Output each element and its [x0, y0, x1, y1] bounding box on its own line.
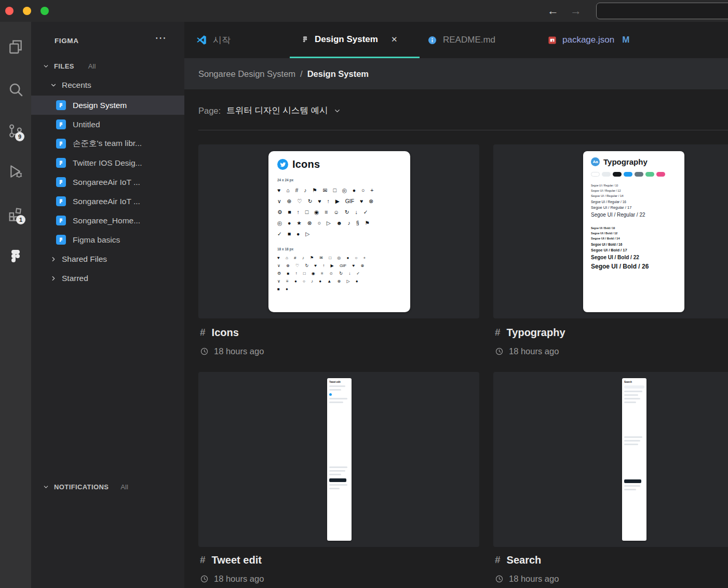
page-selector[interactable]: Page: 트위터 디자인 시스템 예시: [198, 102, 341, 119]
skeleton-bar: [624, 391, 642, 392]
frame-card-typography[interactable]: Aa Typography Segoe UI / Regular / 10Seg…: [493, 144, 728, 318]
files-all-link[interactable]: All: [88, 62, 96, 70]
vscode-window: ← → 9 1 FIGMA ⋯ FILES All Recents: [0, 0, 728, 588]
frame-label-search[interactable]: # Search: [495, 553, 541, 567]
files-section-header[interactable]: FILES All: [43, 60, 96, 72]
close-icon[interactable]: ✕: [391, 35, 398, 44]
frame-timestamp: 18 hours ago: [214, 346, 264, 356]
recents-section-header[interactable]: Recents: [50, 79, 91, 91]
typography-panel-title: Typography: [603, 157, 648, 166]
file-item[interactable]: SongareeAir IoT ...: [31, 192, 184, 211]
explorer-icon[interactable]: [7, 38, 24, 55]
shared-files-section[interactable]: Shared Files: [50, 252, 107, 266]
color-swatches: [591, 172, 677, 177]
file-item[interactable]: Figma basics: [31, 230, 184, 249]
frame-timestamp: 18 hours ago: [509, 574, 559, 584]
frame-time-tweet-edit: 18 hours ago: [200, 572, 264, 585]
tab-package-json[interactable]: package.json M: [548, 22, 629, 58]
traffic-light-button[interactable]: [23, 7, 31, 15]
type-scale-line: Segoe UI / Bold / 17: [591, 247, 677, 253]
back-button[interactable]: ←: [544, 3, 562, 19]
file-item[interactable]: Untitled: [31, 115, 184, 134]
frame-label-icons[interactable]: # Icons: [200, 325, 239, 340]
more-actions-icon[interactable]: ⋯: [155, 31, 167, 45]
color-swatch: [613, 172, 622, 177]
frame-hash-icon: #: [495, 554, 501, 566]
skeleton-bar: [624, 489, 636, 490]
recents-label: Recents: [62, 81, 91, 90]
figma-file-icon: [56, 196, 66, 206]
skeleton-bar: [329, 466, 347, 468]
skeleton-bar: [329, 470, 345, 472]
thumbnail-title: Search: [624, 381, 644, 383]
frame-timestamp: 18 hours ago: [214, 574, 264, 584]
clock-icon: [200, 347, 209, 356]
notifications-all-link[interactable]: All: [120, 483, 128, 491]
forward-button[interactable]: →: [567, 3, 585, 19]
file-item-label: Twitter IOS Desig...: [73, 158, 142, 168]
file-item-label: Figma basics: [73, 235, 120, 245]
frame-label-tweet-edit[interactable]: # Tweet edit: [200, 553, 262, 567]
file-item[interactable]: Songaree_Home...: [31, 211, 184, 230]
skeleton-bar: [329, 398, 347, 399]
chevron-right-icon: [50, 275, 57, 282]
search-icon[interactable]: [7, 81, 24, 98]
file-item[interactable]: 손준호's team libr...: [31, 134, 184, 153]
icon-row: ♥ ⌂ # ♪ ⚑ ✉ □ ◎ ● ○ +: [277, 254, 401, 262]
tab-start[interactable]: 시작: [196, 22, 231, 58]
bold-type-scale: Segoe UI / Bold / 10Segoe UI / Bold / 12…: [591, 226, 677, 272]
type-scale-line: Segoe UI / Bold / 14: [591, 236, 677, 242]
editor-area: 시작 Design System ✕ README.md package.jso…: [184, 22, 728, 588]
frame-card-search[interactable]: Search: [493, 372, 728, 547]
icon-row: ♥ ⌂ # ♪ ⚑ ✉ □ ◎ ● ○ +: [277, 185, 401, 196]
starred-section[interactable]: Starred: [50, 272, 88, 285]
breadcrumb-current[interactable]: Design System: [307, 69, 369, 79]
files-label: FILES: [54, 62, 74, 70]
frame-card-tweet-edit[interactable]: Tweet edit: [198, 372, 479, 547]
color-swatch: [602, 172, 611, 177]
skeleton-bar: [624, 398, 640, 399]
icon-row: ■ ●: [277, 285, 401, 293]
extensions-badge: 1: [16, 215, 25, 224]
skeleton-search-bar: [624, 385, 644, 389]
size-label-24: 24 x 24 px: [277, 178, 401, 182]
file-item[interactable]: SongareeAir IoT ...: [31, 172, 184, 192]
frame-title: Typography: [507, 327, 565, 339]
type-scale-line: Segoe UI / Bold / 10: [591, 226, 677, 231]
thumbnail-title: Tweet edit: [329, 381, 349, 383]
notifications-section-header[interactable]: NOTIFICATIONS All: [43, 481, 128, 492]
skeleton-bar: [624, 485, 640, 487]
chevron-down-icon: [333, 107, 341, 115]
type-scale-line: Segoe UI / Regular / 10: [591, 183, 677, 188]
frame-title: Tweet edit: [212, 554, 262, 566]
icon-row: ∨ ⊕ ♡ ↻ ♥ ↑ ▶ GIF ♥ ⊗: [277, 196, 401, 207]
traffic-light-button[interactable]: [5, 7, 14, 15]
figma-panel-icon[interactable]: [7, 248, 24, 264]
color-swatch: [591, 172, 600, 177]
file-item[interactable]: Design System: [31, 96, 184, 115]
tab-label: Design System: [315, 34, 378, 45]
type-scale-line: Segoe UI / Regular / 12: [591, 188, 677, 193]
icons-panel-preview: Icons 24 x 24 px ♥ ⌂ # ♪ ⚑ ✉ □ ◎ ● ○ +∨ …: [268, 151, 410, 312]
regular-type-scale: Segoe UI / Regular / 10Segoe UI / Regula…: [591, 183, 677, 219]
file-item-label: Untitled: [73, 120, 100, 129]
frame-card-icons[interactable]: Icons 24 x 24 px ♥ ⌂ # ♪ ⚑ ✉ □ ◎ ● ○ +∨ …: [198, 144, 479, 318]
icon-row: ∨ ≡ ● ○ ♪ ● ▲ ⊗ ▷ ●: [277, 277, 401, 285]
typography-panel-preview: Aa Typography Segoe UI / Regular / 10Seg…: [583, 151, 684, 312]
tweet-edit-thumbnail: Tweet edit: [327, 378, 352, 541]
skeleton-dark-bar: [329, 478, 346, 482]
run-and-debug-icon[interactable]: [7, 163, 24, 180]
type-scale-line: Segoe UI / Bold / 26: [591, 262, 677, 272]
tab-design-system[interactable]: Design System ✕: [290, 22, 420, 58]
modified-indicator: M: [622, 35, 629, 45]
breadcrumb-parent[interactable]: Songaree Design System: [198, 69, 295, 79]
spacer: [624, 403, 644, 434]
frame-label-typography[interactable]: # Typography: [495, 325, 565, 340]
figma-file-icon: [56, 235, 66, 245]
figma-file-icon: [56, 139, 66, 149]
tab-readme[interactable]: README.md: [427, 22, 495, 58]
traffic-light-button[interactable]: [41, 7, 49, 15]
skeleton-bar: [624, 440, 640, 442]
file-item[interactable]: Twitter IOS Desig...: [31, 153, 184, 172]
titlebar-search-input[interactable]: [596, 3, 728, 19]
